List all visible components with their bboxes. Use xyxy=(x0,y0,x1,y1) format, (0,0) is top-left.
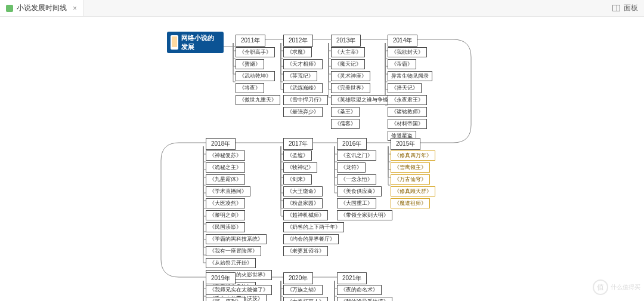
year-2013年[interactable]: 2013年 xyxy=(331,35,361,47)
book-item[interactable]: 《大主宰》 xyxy=(331,47,365,57)
book-item[interactable]: 《神秘复苏》 xyxy=(206,150,245,161)
book-item[interactable]: 《傲世九重天》 xyxy=(236,95,280,105)
book-item[interactable]: 《九星霸体》 xyxy=(206,174,245,185)
watermark-text: 什么值得买 xyxy=(611,283,640,291)
book-item[interactable]: 《学霸的黑科技系统》 xyxy=(206,234,267,244)
year-2016年[interactable]: 2016年 xyxy=(337,138,367,150)
book-item[interactable]: 《我的诡异系统流》 xyxy=(337,297,392,301)
book-item[interactable]: 《粉盘家园》 xyxy=(283,198,323,208)
items-2016年: 《玄讯之门》《龙符》《一念永恒》《美食供应商》《大国重工》《带领全家到大明》 xyxy=(337,150,392,221)
book-item[interactable]: 《老婆算诏谷》 xyxy=(283,246,328,256)
right-tools: 面板 xyxy=(612,3,644,13)
items-2012年: 《求魔》《天才相师》《莽荒纪》《武炼巅峰》《雪中悍刀行》《最强弃少》 xyxy=(283,47,328,118)
book-item[interactable]: 《莽荒纪》 xyxy=(283,71,317,81)
items-2021年: 《夜的命名术》《我的诡异系统流》《我在祈祷有各除黑三十年》《我用闲书成圣人》《某… xyxy=(337,284,430,301)
book-item[interactable]: 《全职高手》 xyxy=(236,47,275,57)
book-item[interactable]: 《灵术神座》 xyxy=(331,71,370,81)
year-2018年[interactable]: 2018年 xyxy=(206,138,236,150)
root-label: 网络小说的发展 xyxy=(181,33,220,51)
titlebar: 小说发展时间线 × 面板 xyxy=(0,0,644,17)
year-2019年[interactable]: 2019年 xyxy=(206,272,236,284)
book-item[interactable]: 《民国渎影》 xyxy=(206,222,245,232)
tab-icon xyxy=(6,5,13,12)
canvas[interactable]: 网络小说的发展 2011年《全职高手》《赘婿》《武动乾坤》《将夜》《傲世九重天》… xyxy=(0,17,644,301)
year-2020年[interactable]: 2020年 xyxy=(283,272,313,284)
book-item[interactable]: 《带领全家到大明》 xyxy=(337,210,392,220)
book-item[interactable]: 《学术直播间》 xyxy=(206,186,250,196)
book-item[interactable]: 《一念永恒》 xyxy=(337,174,376,185)
year-2015年[interactable]: 2015年 xyxy=(391,138,420,150)
watermark: 值 什么值得买 xyxy=(593,277,640,297)
book-item[interactable]: 《天才相师》 xyxy=(283,59,323,69)
book-item[interactable]: 异常生物见闻录 xyxy=(388,71,432,81)
watermark-icon: 值 xyxy=(593,280,608,295)
tab[interactable]: 小说发展时间线 × xyxy=(0,0,83,16)
items-2014年: 《我欲封天》《帝霸》异常生物见闻录《择天记》《永夜君王》《诸铭教师》《材料帝国》… xyxy=(388,47,432,142)
book-item[interactable]: 《赘婿》 xyxy=(236,59,264,69)
book-item[interactable]: 《奶爸的上下两千年》 xyxy=(283,222,344,232)
book-item[interactable]: 《修真四万年》 xyxy=(391,150,435,161)
book-item[interactable]: 《材料帝国》 xyxy=(388,119,427,129)
year-2021年[interactable]: 2021年 xyxy=(337,272,367,284)
book-item[interactable]: 《我师兄实在太稳健了》 xyxy=(206,285,272,295)
book-item[interactable]: 《魔道祖师》 xyxy=(391,198,430,208)
year-2017年[interactable]: 2017年 xyxy=(283,138,313,150)
book-item[interactable]: 《黎明之剑》 xyxy=(206,210,245,220)
book-item[interactable]: 《万族之劫》 xyxy=(283,285,323,295)
book-item[interactable]: 《约会的异界餐厅》 xyxy=(283,234,339,244)
book-item[interactable]: 《择天记》 xyxy=(388,83,422,93)
year-2011年[interactable]: 2011年 xyxy=(236,35,265,47)
book-item[interactable]: 《龙符》 xyxy=(337,162,366,173)
book-item[interactable]: 《我欲封天》 xyxy=(388,47,427,57)
book-item[interactable]: 《武动乾坤》 xyxy=(236,71,275,81)
book-item[interactable]: 《永夜君王》 xyxy=(388,95,427,105)
book-item[interactable]: 《将夜》 xyxy=(236,83,264,93)
book-item[interactable]: 《第一序列》 xyxy=(206,297,245,301)
panel-icon[interactable] xyxy=(612,5,620,11)
app-window: 小说发展时间线 × 面板 网络小说的发展 2011年《全职高手》《赘婿》《武动乾… xyxy=(0,0,644,301)
items-2011年: 《全职高手》《赘婿》《武动乾坤》《将夜》《傲世九重天》 xyxy=(236,47,280,106)
book-item[interactable]: 《大国重工》 xyxy=(337,198,376,208)
book-item[interactable]: 《完美世界》 xyxy=(331,83,370,93)
panel-label[interactable]: 面板 xyxy=(624,3,638,13)
book-item[interactable]: 《牧神记》 xyxy=(283,162,317,173)
book-item[interactable]: 《雪中悍刀行》 xyxy=(283,95,328,105)
book-item[interactable]: 《最强弃少》 xyxy=(283,107,323,117)
book-item[interactable]: 《帝霸》 xyxy=(388,59,416,69)
book-item[interactable]: 《剑来》 xyxy=(283,174,312,185)
year-2012年[interactable]: 2012年 xyxy=(283,35,313,47)
book-item[interactable]: 《夜的命名术》 xyxy=(337,285,382,295)
book-item[interactable]: 《大医凌然》 xyxy=(206,198,245,208)
book-item[interactable]: 《从始祭元开始》 xyxy=(206,258,256,268)
items-2020年: 《万族之劫》《大奉打更人》《孙猴子是我师弟》《长夜余火》《天寒仙盗》《神秘书》《… xyxy=(283,284,339,301)
book-item[interactable]: 《大王饶命》 xyxy=(283,186,323,196)
book-item[interactable]: 《大奉打更人》 xyxy=(283,297,328,301)
book-item[interactable]: 《诸铭教师》 xyxy=(388,107,427,117)
book-item[interactable]: 《万古仙穹》 xyxy=(391,174,430,185)
book-item[interactable]: 《圣墟》 xyxy=(283,150,312,161)
book-item[interactable]: 《我有一座冒险屋》 xyxy=(206,246,261,256)
close-icon[interactable]: × xyxy=(73,4,77,13)
book-item[interactable]: 《武炼巅峰》 xyxy=(283,83,323,93)
book-item[interactable]: 《雪鹰领主》 xyxy=(391,162,430,173)
book-item[interactable]: 《儒客》 xyxy=(331,119,360,129)
book-item[interactable]: 《魔天记》 xyxy=(331,59,365,69)
book-item[interactable]: 《玄讯之门》 xyxy=(337,150,376,161)
items-2017年: 《圣墟》《牧神记》《剑来》《大王饶命》《粉盘家园》《超神机械师》《奶爸的上下两千… xyxy=(283,150,344,257)
tab-title: 小说发展时间线 xyxy=(17,3,67,13)
items-2015年: 《修真四万年》《雪鹰领主》《万古仙穹》《修真顾天群》《魔道祖师》 xyxy=(391,150,435,209)
book-item[interactable]: 《圣王》 xyxy=(331,107,360,117)
book-item[interactable]: 《超神机械师》 xyxy=(283,210,328,220)
book-item[interactable]: 《求魔》 xyxy=(283,47,312,57)
items-2019年: 《我师兄实在太稳健了》《第一序列》《亏成首富从游戏开始》《奶何棋缘》《荷养全人供… xyxy=(206,284,272,301)
book-item[interactable]: 《修真顾天群》 xyxy=(391,186,435,196)
root-node[interactable]: 网络小说的发展 xyxy=(167,32,224,53)
phone-icon xyxy=(171,35,178,50)
year-2014年[interactable]: 2014年 xyxy=(388,35,417,47)
book-item[interactable]: 《美食供应商》 xyxy=(337,186,382,196)
book-item[interactable]: 《诡秘之主》 xyxy=(206,162,245,173)
